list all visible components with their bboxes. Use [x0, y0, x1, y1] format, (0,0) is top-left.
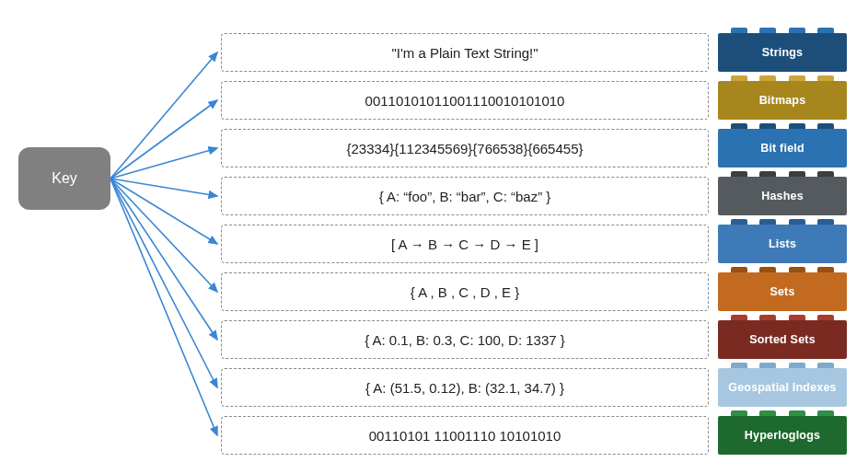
- peg-icon: [789, 315, 805, 320]
- peg-icon: [759, 123, 776, 129]
- type-block: Sets: [718, 272, 847, 311]
- peg-icon: [731, 75, 747, 81]
- type-block: Hashes: [718, 177, 847, 215]
- peg-icon: [789, 28, 805, 33]
- value-box: { A: 0.1, B: 0.3, C: 100, D: 1337 }: [221, 320, 709, 359]
- data-row: {23334}{112345569}{766538}{665455}Bit fi…: [221, 129, 856, 167]
- arrow-line: [110, 179, 217, 340]
- data-row: 00110101 11001110 10101010Hyperloglogs: [221, 416, 856, 455]
- peg-icon: [789, 171, 805, 177]
- peg-icon: [789, 75, 805, 81]
- block-pegs: [718, 123, 847, 129]
- arrow-line: [110, 179, 217, 292]
- peg-icon: [731, 28, 747, 33]
- block-pegs: [718, 315, 847, 320]
- type-label: Sets: [770, 285, 794, 298]
- type-label: Strings: [762, 46, 803, 59]
- peg-icon: [731, 267, 747, 272]
- arrow-line: [110, 179, 217, 387]
- peg-icon: [731, 171, 747, 177]
- type-label: Bit field: [760, 142, 804, 155]
- peg-icon: [731, 363, 747, 368]
- type-label: Hyperloglogs: [745, 429, 820, 442]
- peg-icon: [817, 410, 834, 416]
- type-label: Geospatial Indexes: [728, 381, 837, 394]
- peg-icon: [759, 315, 776, 320]
- peg-icon: [789, 363, 805, 368]
- peg-icon: [759, 171, 776, 177]
- type-block: Lists: [718, 225, 847, 263]
- value-box: { A: “foo”, B: “bar”, C: “baz” }: [221, 177, 709, 215]
- type-block: Bitmaps: [718, 81, 847, 120]
- arrow-line: [110, 179, 217, 435]
- value-box: [ A → B → C → D → E ]: [221, 225, 709, 263]
- data-row: { A: “foo”, B: “bar”, C: “baz” }Hashes: [221, 177, 856, 215]
- type-block: Geospatial Indexes: [718, 368, 847, 407]
- type-label: Sorted Sets: [749, 333, 816, 346]
- peg-icon: [789, 123, 805, 129]
- peg-icon: [759, 219, 776, 225]
- peg-icon: [789, 410, 805, 416]
- block-pegs: [718, 267, 847, 272]
- peg-icon: [817, 219, 834, 225]
- peg-icon: [817, 267, 834, 272]
- data-row: [ A → B → C → D → E ]Lists: [221, 225, 856, 263]
- peg-icon: [817, 75, 834, 81]
- rows-container: "I'm a Plain Text String!"Strings0011010…: [221, 33, 856, 462]
- key-label: Key: [52, 170, 77, 187]
- peg-icon: [817, 171, 834, 177]
- block-pegs: [718, 363, 847, 368]
- data-row: 00110101011001110010101010Bitmaps: [221, 81, 856, 120]
- value-box: { A: (51.5, 0.12), B: (32.1, 34.7) }: [221, 368, 709, 407]
- peg-icon: [789, 219, 805, 225]
- peg-icon: [817, 363, 834, 368]
- peg-icon: [759, 410, 776, 416]
- peg-icon: [731, 219, 747, 225]
- peg-icon: [759, 267, 776, 272]
- type-label: Hashes: [761, 190, 804, 202]
- data-row: { A , B , C , D , E }Sets: [221, 272, 856, 311]
- value-box: 00110101 11001110 10101010: [221, 416, 709, 455]
- arrow-line: [110, 52, 217, 179]
- arrow-line: [110, 179, 217, 244]
- data-row: { A: 0.1, B: 0.3, C: 100, D: 1337 }Sorte…: [221, 320, 856, 359]
- peg-icon: [817, 28, 834, 33]
- value-box: "I'm a Plain Text String!": [221, 33, 709, 72]
- type-label: Bitmaps: [759, 94, 806, 107]
- arrow-line: [110, 100, 217, 179]
- arrow-line: [110, 148, 217, 179]
- block-pegs: [718, 75, 847, 81]
- value-box: {23334}{112345569}{766538}{665455}: [221, 129, 709, 167]
- peg-icon: [759, 363, 776, 368]
- type-block: Sorted Sets: [718, 320, 847, 359]
- type-block: Strings: [718, 33, 847, 72]
- peg-icon: [759, 75, 776, 81]
- block-pegs: [718, 410, 847, 416]
- peg-icon: [731, 123, 747, 129]
- peg-icon: [817, 315, 834, 320]
- type-label: Lists: [769, 237, 796, 250]
- key-node: Key: [18, 147, 110, 210]
- block-pegs: [718, 28, 847, 33]
- value-box: 00110101011001110010101010: [221, 81, 709, 120]
- block-pegs: [718, 171, 847, 177]
- arrow-line: [110, 179, 217, 196]
- data-row: { A: (51.5, 0.12), B: (32.1, 34.7) }Geos…: [221, 368, 856, 407]
- data-row: "I'm a Plain Text String!"Strings: [221, 33, 856, 72]
- peg-icon: [817, 123, 834, 129]
- type-block: Hyperloglogs: [718, 416, 847, 455]
- peg-icon: [789, 267, 805, 272]
- type-block: Bit field: [718, 129, 847, 167]
- value-box: { A , B , C , D , E }: [221, 272, 709, 311]
- peg-icon: [731, 410, 747, 416]
- peg-icon: [731, 315, 747, 320]
- peg-icon: [759, 28, 776, 33]
- block-pegs: [718, 219, 847, 225]
